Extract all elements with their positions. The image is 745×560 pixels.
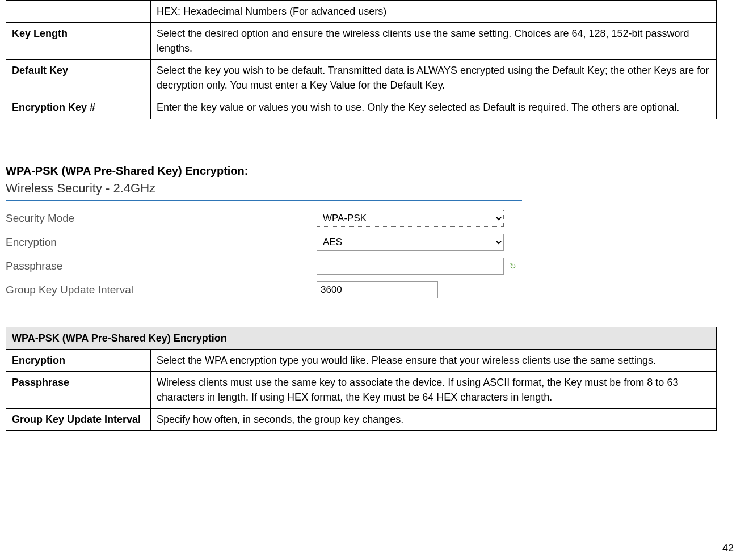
section-heading: WPA-PSK (WPA Pre-Shared Key) Encryption: xyxy=(6,165,717,178)
param-name: Key Length xyxy=(6,23,151,60)
encryption-select[interactable]: AES xyxy=(317,234,504,251)
param-desc: Specify how often, in seconds, the group… xyxy=(151,408,717,430)
param-desc: Select the WPA encryption type you would… xyxy=(151,349,717,371)
table-row: Encryption Select the WPA encryption typ… xyxy=(6,349,717,371)
table-row: Passphrase Wireless clients must use the… xyxy=(6,371,717,408)
security-mode-label: Security Mode xyxy=(6,212,317,225)
param-name: Passphrase xyxy=(6,371,151,408)
encryption-label: Encryption xyxy=(6,236,317,249)
param-desc: HEX: Hexadecimal Numbers (For advanced u… xyxy=(151,1,717,23)
encryption-row: Encryption AES xyxy=(6,234,539,251)
passphrase-label: Passphrase xyxy=(6,260,317,272)
group-key-row: Group Key Update Interval xyxy=(6,281,539,298)
param-name: Default Key xyxy=(6,60,151,96)
page-number: 42 xyxy=(722,542,734,554)
wireless-security-panel: Wireless Security - 2.4GHz Security Mode… xyxy=(6,181,539,313)
security-mode-select[interactable]: WPA-PSK xyxy=(317,210,504,227)
panel-title: Wireless Security - 2.4GHz xyxy=(6,181,539,196)
param-name: Encryption Key # xyxy=(6,96,151,119)
panel-divider xyxy=(6,200,522,201)
table-header-row: WPA-PSK (WPA Pre-Shared Key) Encryption xyxy=(6,327,717,349)
security-mode-row: Security Mode WPA-PSK xyxy=(6,210,539,227)
param-name xyxy=(6,1,151,23)
passphrase-input[interactable] xyxy=(317,258,504,275)
table-row: HEX: Hexadecimal Numbers (For advanced u… xyxy=(6,1,717,23)
param-desc: Select the desired option and ensure the… xyxy=(151,23,717,60)
param-name: Encryption xyxy=(6,349,151,371)
param-desc: Wireless clients must use the same key t… xyxy=(151,371,717,408)
refresh-icon[interactable]: ↻ xyxy=(510,262,516,271)
table-row: Default Key Select the key you wish to b… xyxy=(6,60,717,96)
group-key-input[interactable] xyxy=(317,281,438,298)
table-row: Key Length Select the desired option and… xyxy=(6,23,717,60)
wpa-psk-params-table: WPA-PSK (WPA Pre-Shared Key) Encryption … xyxy=(6,327,717,431)
passphrase-row: Passphrase ↻ xyxy=(6,258,539,275)
table-row: Encryption Key # Enter the key value or … xyxy=(6,96,717,119)
table-header: WPA-PSK (WPA Pre-Shared Key) Encryption xyxy=(6,327,717,349)
param-name: Group Key Update Interval xyxy=(6,408,151,430)
param-desc: Select the key you wish to be default. T… xyxy=(151,60,717,96)
table-row: Group Key Update Interval Specify how of… xyxy=(6,408,717,430)
param-desc: Enter the key value or values you wish t… xyxy=(151,96,717,119)
group-key-label: Group Key Update Interval xyxy=(6,284,317,296)
wep-params-table: HEX: Hexadecimal Numbers (For advanced u… xyxy=(6,0,717,119)
